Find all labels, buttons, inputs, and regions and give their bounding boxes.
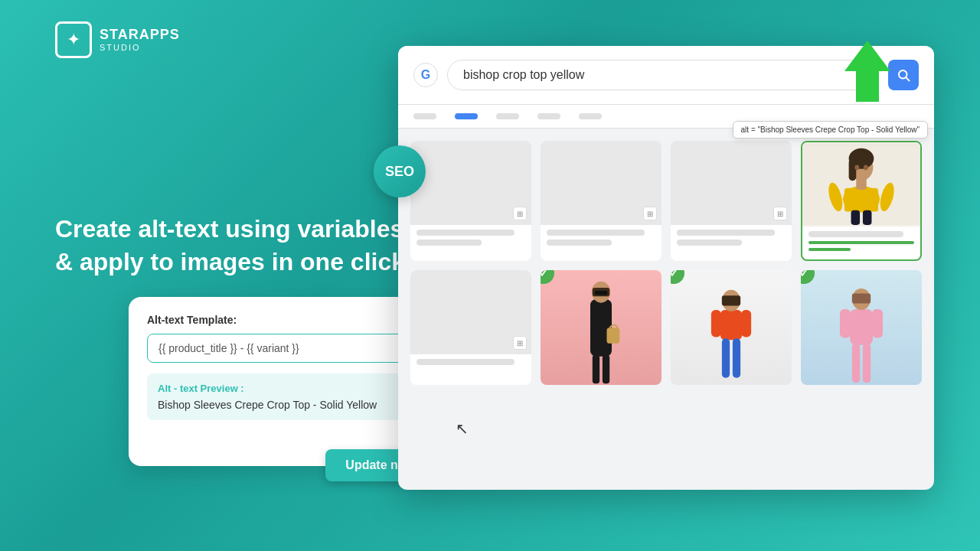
seo-badge: SEO [374,145,426,197]
tab-placeholder-4 [537,113,560,119]
image-grid-top: ⊞ ⊞ ⊞ [398,129,934,261]
svg-rect-34 [863,344,871,383]
tab-placeholder-1 [413,113,436,119]
preview-label: Alt - text Preview : [158,383,429,394]
image-grid-bottom: ⊞ ✓ [398,270,934,397]
svg-rect-21 [606,328,619,344]
photo-card-pink: ✓ [541,270,662,385]
svg-rect-36 [872,309,883,337]
svg-rect-14 [851,210,861,225]
photo-card-white: ✓ [671,270,792,385]
search-icon [897,68,910,82]
text-line [808,231,903,237]
svg-rect-25 [722,295,740,305]
image-text-2 [541,225,662,254]
svg-point-12 [854,165,859,170]
up-arrow-icon [841,37,894,106]
text-line [677,230,775,236]
alt-tooltip: alt = "Bishop Sleeves Crepe Crop Top - S… [733,121,928,139]
text-line [547,240,612,246]
image-placeholder-3: ⊞ [671,141,792,225]
logo-box: ✦ [55,21,92,58]
photo-bg-blue [801,270,922,385]
logo-star-icon: ✦ [67,30,80,50]
image-text-1 [410,225,531,254]
logo-text: STARAPPS STUDIO [100,28,180,52]
image-text-3 [671,225,792,254]
text-line-green-short [808,248,851,251]
featured-text [802,227,920,259]
svg-rect-30 [850,309,873,345]
svg-rect-32 [852,294,871,304]
template-label: Alt-text Template: [147,314,439,326]
preview-text: Bishop Sleeves Crepe Crop Top - Solid Ye… [158,399,429,411]
photo-bg-white [671,270,792,385]
model-pink [570,278,632,385]
featured-image [802,142,920,227]
text-line-green [808,241,914,244]
image-corner-icon-b1: ⊞ [513,336,527,350]
search-input[interactable] [447,60,879,90]
image-text-b1 [410,354,531,373]
svg-rect-27 [733,338,740,377]
cursor-icon: ↖ [456,419,469,438]
svg-rect-19 [593,355,599,383]
woman-illustration [802,142,920,227]
svg-rect-29 [741,310,751,337]
image-card-1: ⊞ [410,141,531,261]
text-line [677,240,742,246]
photo-card-blue: ✓ [801,270,922,385]
svg-rect-20 [603,355,609,383]
text-line [547,230,645,236]
browser-container: G ⊞ ⊞ [398,46,934,490]
text-line [416,359,514,365]
photo-bg-pink [541,270,662,385]
tab-placeholder-3 [496,113,519,119]
logo-subtitle: STUDIO [100,43,180,52]
svg-rect-28 [711,310,721,337]
featured-card: alt = "Bishop Sleeves Crepe Crop Top - S… [801,141,922,261]
image-corner-icon-3: ⊞ [773,207,787,220]
svg-rect-11 [849,158,857,181]
image-placeholder-b1: ⊞ [410,270,531,354]
svg-rect-22 [595,291,608,295]
svg-rect-35 [840,309,851,337]
tab-placeholder-5 [579,113,602,119]
logo-title: STARAPPS [100,28,180,43]
image-card-2: ⊞ [541,141,662,261]
headline-line2: & apply to images in one click [55,248,405,276]
image-corner-icon-1: ⊞ [513,207,527,220]
model-white [701,278,762,385]
google-logo: G [413,63,438,87]
text-line [416,240,482,246]
svg-rect-23 [720,310,742,340]
up-arrow-container [841,37,894,109]
image-card-3: ⊞ [671,141,792,261]
empty-card-1: ⊞ [410,270,531,385]
headline: Create alt-text using variables & apply … [55,213,407,279]
model-blue [831,278,892,385]
image-corner-icon-2: ⊞ [643,207,657,220]
preview-box: Alt - text Preview : Bishop Sleeves Crep… [147,373,439,420]
tab-placeholder-2 [455,113,478,119]
image-placeholder-1: ⊞ [410,141,531,225]
svg-rect-16 [590,299,612,357]
svg-line-2 [906,77,909,80]
logo-area: ✦ STARAPPS STUDIO [55,21,180,58]
text-line [416,230,514,236]
svg-rect-15 [863,210,872,225]
svg-rect-26 [722,338,730,377]
svg-marker-0 [844,41,890,102]
svg-rect-33 [852,344,860,383]
svg-rect-5 [844,188,878,212]
image-placeholder-2: ⊞ [541,141,662,225]
headline-line1: Create alt-text using variables [55,215,403,243]
svg-point-13 [864,165,868,170]
template-input[interactable] [147,334,439,363]
